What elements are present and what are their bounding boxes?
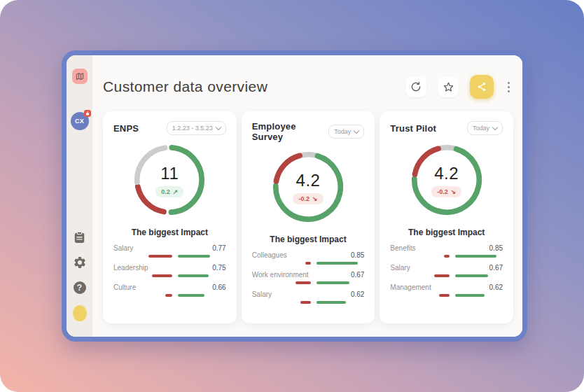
impact-row: Work environment 0.67 xyxy=(252,271,365,284)
page-header: Customer data overview xyxy=(92,55,522,111)
score-value: 4.2 xyxy=(296,171,321,190)
negative-bar xyxy=(152,274,172,277)
impact-row: Salary 0.67 xyxy=(390,264,503,277)
impact-bar-chart xyxy=(113,274,226,277)
favorite-button[interactable] xyxy=(438,76,459,97)
impact-list: Colleagues 0.85 Work environment 0.67 Sa… xyxy=(252,251,365,304)
help-icon[interactable]: ? xyxy=(73,281,87,295)
impact-label: Culture xyxy=(113,284,136,291)
positive-bar xyxy=(178,255,210,258)
delta-value: -0.2 xyxy=(298,195,310,202)
impact-bar-chart xyxy=(390,274,503,277)
negative-bar xyxy=(444,255,450,258)
more-options-icon[interactable] xyxy=(505,79,513,95)
impact-row: Leadership 0.75 xyxy=(113,264,226,277)
impact-section-title: The biggest Impact xyxy=(390,227,503,237)
impact-bar-chart xyxy=(390,254,503,258)
chevron-down-icon xyxy=(215,125,221,130)
impact-value: 0.85 xyxy=(489,244,503,252)
delta-trend-arrow-icon: ↘ xyxy=(451,188,457,195)
period-dropdown[interactable]: Today xyxy=(467,121,503,135)
refresh-button[interactable] xyxy=(405,76,426,97)
impact-value: 0.85 xyxy=(351,251,364,259)
impact-label: Benefits xyxy=(390,244,415,252)
metric-card: Trust Pilot Today 4.2 -0.2 ↘ The biggest… xyxy=(380,111,513,323)
impact-bar-chart xyxy=(113,293,226,297)
period-dropdown[interactable]: Today xyxy=(328,125,364,139)
delta-badge: 0.2 ↗ xyxy=(155,186,183,197)
impact-list: Salary 0.77 Leadership 0.75 Culture 0.66 xyxy=(113,244,226,297)
impact-value: 0.66 xyxy=(212,284,225,291)
main-content: Customer data overview xyxy=(92,55,522,337)
gauge-chart: 4.2 -0.2 ↘ xyxy=(271,150,345,224)
positive-bar xyxy=(178,294,204,297)
delta-value: -0.2 xyxy=(437,188,448,195)
workspace-avatar[interactable]: CX xyxy=(71,112,89,130)
positive-bar xyxy=(455,255,496,258)
chevron-down-icon xyxy=(492,125,498,130)
positive-bar xyxy=(455,274,488,277)
impact-label: Colleagues xyxy=(252,251,287,259)
page-title: Customer data overview xyxy=(103,78,267,95)
positive-bar xyxy=(317,301,346,304)
cards-row: ENPS 1.2.23 - 3.5.23 11 0.2 ↗ The bigges… xyxy=(92,111,522,323)
star-icon xyxy=(443,81,454,93)
impact-bar-chart xyxy=(113,254,226,258)
header-actions xyxy=(405,75,513,99)
impact-row: Salary 0.77 xyxy=(113,244,226,258)
negative-bar xyxy=(296,281,311,284)
impact-label: Salary xyxy=(390,264,410,272)
impact-value: 0.75 xyxy=(212,264,225,272)
sidebar: CX ? xyxy=(67,55,92,337)
impact-bar-chart xyxy=(252,300,365,304)
impact-label: Management xyxy=(390,284,431,291)
refresh-icon xyxy=(410,81,422,92)
settings-gear-icon[interactable] xyxy=(73,255,87,270)
app-window: CX ? xyxy=(62,50,527,342)
app-logo-button[interactable] xyxy=(72,69,88,84)
positive-bar xyxy=(317,281,349,284)
delta-badge: -0.2 ↘ xyxy=(293,193,323,204)
impact-bar-chart xyxy=(252,261,365,265)
positive-bar xyxy=(317,262,358,265)
period-dropdown-value: Today xyxy=(334,128,351,135)
impact-label: Salary xyxy=(113,244,133,252)
gauge-chart: 11 0.2 ↗ xyxy=(132,143,207,217)
metric-card: Employee Survey Today 4.2 -0.2 ↘ The big… xyxy=(242,111,375,323)
user-avatar[interactable] xyxy=(73,306,87,320)
delta-badge: -0.2 ↘ xyxy=(431,186,461,197)
impact-value: 0.62 xyxy=(351,290,364,298)
negative-bar xyxy=(305,262,311,265)
impact-value: 0.77 xyxy=(212,244,225,252)
positive-bar xyxy=(455,294,485,297)
share-button[interactable] xyxy=(470,75,494,99)
impact-row: Salary 0.62 xyxy=(252,290,365,304)
positive-bar xyxy=(178,274,209,277)
impact-label: Leadership xyxy=(113,264,148,272)
map-icon xyxy=(76,72,84,80)
impact-bar-chart xyxy=(252,281,365,284)
impact-row: Benefits 0.85 xyxy=(390,244,503,258)
share-icon xyxy=(476,81,487,92)
card-title: ENPS xyxy=(113,123,139,134)
impact-section-title: The biggest Impact xyxy=(252,234,365,244)
workspace-avatar-label: CX xyxy=(75,118,84,125)
score-value: 11 xyxy=(160,164,179,183)
period-dropdown[interactable]: 1.2.23 - 3.5.23 xyxy=(167,121,226,135)
delta-value: 0.2 xyxy=(161,188,170,195)
card-title: Trust Pilot xyxy=(390,123,436,134)
impact-value: 0.67 xyxy=(489,264,503,272)
chevron-down-icon xyxy=(354,128,359,134)
negative-bar xyxy=(439,294,450,297)
impact-label: Salary xyxy=(252,290,272,298)
impact-value: 0.67 xyxy=(351,271,364,279)
period-dropdown-value: 1.2.23 - 3.5.23 xyxy=(172,125,213,132)
card-title: Employee Survey xyxy=(252,121,329,142)
negative-bar xyxy=(148,255,172,258)
notes-icon[interactable] xyxy=(73,230,87,244)
lock-icon xyxy=(84,110,91,117)
delta-trend-arrow-icon: ↘ xyxy=(312,195,318,202)
impact-list: Benefits 0.85 Salary 0.67 Management 0.6… xyxy=(390,244,503,297)
impact-row: Culture 0.66 xyxy=(113,284,226,297)
metric-card: ENPS 1.2.23 - 3.5.23 11 0.2 ↗ The bigges… xyxy=(103,111,237,323)
